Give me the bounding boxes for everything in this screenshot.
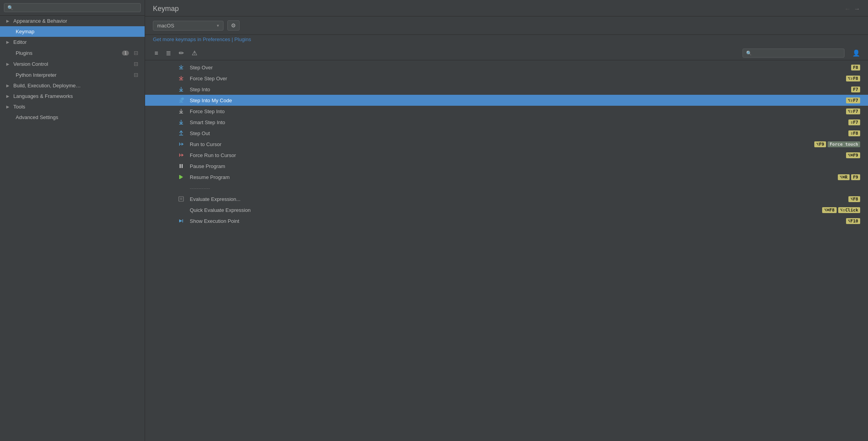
keymap-search-icon: 🔍 <box>746 51 752 56</box>
run-to-cursor-icon <box>176 141 186 147</box>
svg-rect-3 <box>180 164 181 168</box>
shortcut-badge: F9 <box>851 174 860 180</box>
keymap-row-quick-evaluate[interactable]: Quick Evaluate Expression⌥⌘F8⌥⇧Click <box>145 204 868 215</box>
keymap-row-label: Force Step Into <box>190 108 846 114</box>
person-icon: 👤 <box>852 49 860 57</box>
keymap-link-row: Get more keymaps in Preferences | Plugin… <box>145 35 868 46</box>
keymap-row-label: Force Step Over <box>190 76 846 81</box>
sidebar-item-label: Editor <box>13 39 138 45</box>
keymap-row-run-to-cursor[interactable]: Run to Cursor⌥F9Force touch <box>145 139 868 150</box>
keymap-row-separator[interactable]: ------------ <box>145 183 868 193</box>
sidebar-item-python-interpreter[interactable]: Python Interpreter⊟ <box>0 69 145 80</box>
sidebar-item-plugins[interactable]: Plugins1⊟ <box>0 47 145 58</box>
resume-icon <box>176 174 186 180</box>
step-over-icon <box>176 64 186 70</box>
keymap-row-evaluate-expression[interactable]: Evaluate Expression...⌥F8 <box>145 193 868 204</box>
shortcut-badge: ⌥⇧F8 <box>846 76 861 81</box>
sidebar-items-list: ▶Appearance & BehaviorKeymap▶EditorPlugi… <box>0 16 145 123</box>
keymap-row-resume-program[interactable]: Resume Program⌥⌘RF9 <box>145 172 868 183</box>
smart-step-into-icon <box>176 119 186 125</box>
sidebar-item-build-exec[interactable]: ▶Build, Execution, Deployme… <box>0 80 145 91</box>
expand-arrow-icon: ▶ <box>6 105 9 109</box>
shortcut-badge: Force touch <box>828 141 860 147</box>
keymap-row-label: Quick Evaluate Expression <box>190 207 822 213</box>
keymap-row-label: Step Into <box>190 87 851 92</box>
shortcut-badges: ⌥⌘RF9 <box>838 174 860 180</box>
step-out-icon <box>176 130 186 136</box>
shortcut-badge: ⌥⇧Click <box>838 207 860 213</box>
sidebar-item-label: Keymap <box>16 29 138 34</box>
keymap-row-force-step-into[interactable]: Force Step Into⌥⇧F7 <box>145 106 868 117</box>
svg-point-0 <box>182 98 184 100</box>
shortcut-badges: ⌥⌘F8⌥⇧Click <box>822 207 860 213</box>
keymap-row-label: Force Run to Cursor <box>190 152 846 158</box>
sidebar-item-languages[interactable]: ▶Languages & Frameworks <box>0 91 145 101</box>
edit-shortcut-button[interactable]: ✏ <box>177 49 185 58</box>
expand-arrow-icon: ▶ <box>6 62 9 66</box>
keymap-row-step-out[interactable]: Step Out⇧F8 <box>145 128 868 139</box>
shortcut-badge: F7 <box>851 87 860 92</box>
expand-all-button[interactable]: ≡ <box>153 49 160 58</box>
shortcut-badge: ⌥⇧F7 <box>846 108 861 114</box>
step-into-icon <box>176 86 186 92</box>
badge: 1 <box>122 51 129 56</box>
sidebar-item-label: Plugins <box>16 50 119 56</box>
nav-forward-arrow[interactable]: → <box>854 5 860 13</box>
sidebar-item-tools[interactable]: ▶Tools <box>0 101 145 112</box>
keymap-search-wrap[interactable]: 🔍 <box>743 49 844 58</box>
keymap-row-label: Resume Program <box>190 174 838 180</box>
sidebar-item-editor[interactable]: ▶Editor <box>0 37 145 47</box>
shortcut-badge: ⌥⌘R <box>838 174 850 180</box>
sidebar-search-bar: 🔍 <box>0 0 145 16</box>
sidebar-item-appearance-behavior[interactable]: ▶Appearance & Behavior <box>0 16 145 26</box>
sidebar-item-label: Advanced Settings <box>16 114 138 120</box>
sidebar-search-wrap[interactable]: 🔍 <box>4 3 141 12</box>
gear-button[interactable]: ⚙ <box>227 20 240 31</box>
keymap-scheme-label: macOS <box>157 23 174 29</box>
svg-rect-4 <box>182 164 183 168</box>
shortcut-badges: ⌥⇧F7 <box>846 108 861 114</box>
keymap-row-step-over[interactable]: Step OverF8 <box>145 62 868 73</box>
nav-back-arrow[interactable]: ← <box>844 5 851 13</box>
sidebar-item-version-control[interactable]: ▶Version Control⊟ <box>0 58 145 69</box>
sidebar-item-advanced-settings[interactable]: Advanced Settings <box>0 112 145 123</box>
keymap-row-label: Evaluate Expression... <box>190 196 848 202</box>
keymap-row-pause-program[interactable]: Pause Program <box>145 161 868 172</box>
keymap-row-force-step-over[interactable]: Force Step Over⌥⇧F8 <box>145 73 868 84</box>
svg-rect-7 <box>179 197 183 201</box>
shortcut-badge: ⌥⌘F9 <box>846 152 861 158</box>
keymap-row-step-into[interactable]: Step IntoF7 <box>145 84 868 95</box>
evaluate-icon <box>176 196 186 202</box>
sidebar-item-keymap[interactable]: Keymap <box>0 26 145 37</box>
shortcut-badge: ⌥⇧F7 <box>846 98 861 103</box>
keymap-row-step-into-mycode[interactable]: Step Into My Code⌥⇧F7 <box>145 95 868 106</box>
svg-marker-5 <box>180 175 183 179</box>
sidebar-search-input[interactable] <box>16 5 137 11</box>
sidebar-search-icon: 🔍 <box>7 5 13 11</box>
step-into-mycode-icon <box>176 97 186 103</box>
keymap-row-label: Run to Cursor <box>190 141 814 147</box>
keymap-row-smart-step-into[interactable]: Smart Step Into⇧F7 <box>145 117 868 128</box>
warning-button[interactable]: ⚠ <box>190 49 199 58</box>
collapse-all-button[interactable]: ≣ <box>164 49 173 58</box>
keymap-row-force-run-cursor[interactable]: Force Run to Cursor⌥⌘F9 <box>145 150 868 161</box>
keymap-row-label: Step Into My Code <box>190 98 846 103</box>
page-title: Keymap <box>153 5 179 13</box>
shortcut-badge: ⇧F7 <box>848 119 860 125</box>
shortcut-badges: F7 <box>851 87 860 92</box>
keymap-row-show-execution-point[interactable]: Show Execution Point⌥F10 <box>145 215 868 226</box>
keymap-search-input[interactable] <box>754 50 841 56</box>
pause-icon <box>176 163 186 169</box>
keymap-list: Step OverF8 Force Step Over⌥⇧F8 Step Int… <box>145 60 868 441</box>
keymap-row-label: Step Out <box>190 130 848 136</box>
shortcut-badges: ⇧F8 <box>848 130 860 136</box>
shortcut-badge: ⇧F8 <box>848 130 860 136</box>
shortcut-badges: ⇧F7 <box>848 119 860 125</box>
chevron-down-icon: ▾ <box>217 23 219 28</box>
expand-arrow-icon: ▶ <box>6 94 9 98</box>
keymap-plugins-link[interactable]: Get more keymaps in Preferences | Plugin… <box>153 36 251 42</box>
keymap-scheme-dropdown[interactable]: macOS ▾ <box>153 21 223 31</box>
settings-icon: ⊟ <box>134 72 138 78</box>
settings-icon: ⊟ <box>134 50 138 56</box>
keymap-row-label: Smart Step Into <box>190 119 848 125</box>
